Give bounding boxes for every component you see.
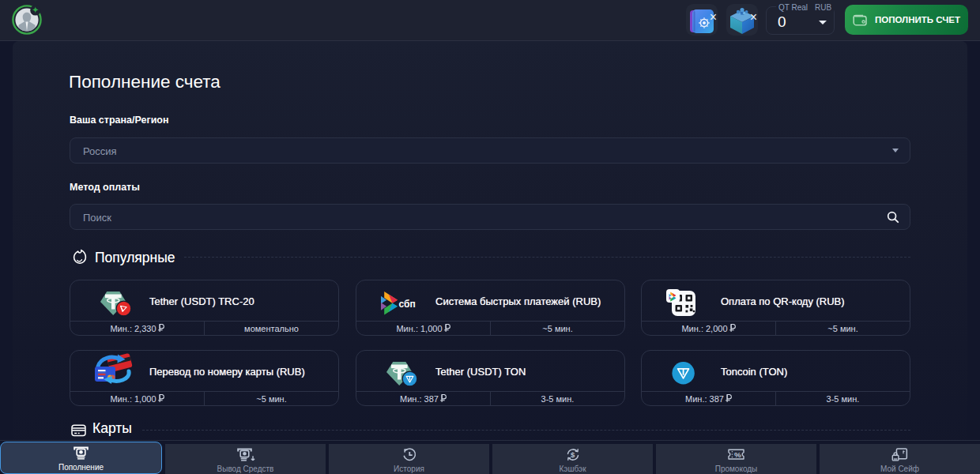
svg-text:%: % <box>734 450 741 459</box>
svg-text:сбп: сбп <box>399 299 416 310</box>
svg-text:$: $ <box>571 450 575 459</box>
